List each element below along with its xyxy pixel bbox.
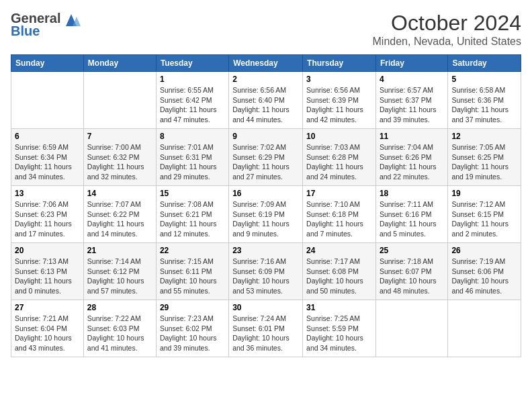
header-cell-wednesday: Wednesday: [229, 55, 303, 72]
day-number: 22: [160, 246, 225, 255]
day-detail: Sunrise: 7:08 AMSunset: 6:21 PMDaylight:…: [160, 199, 225, 239]
day-cell: 21Sunrise: 7:14 AMSunset: 6:12 PMDayligh…: [83, 243, 156, 300]
day-cell: [448, 300, 521, 357]
day-detail: Sunrise: 7:13 AMSunset: 6:13 PMDaylight:…: [15, 257, 80, 296]
day-detail: Sunrise: 7:00 AMSunset: 6:32 PMDaylight:…: [87, 142, 152, 182]
day-cell: 19Sunrise: 7:12 AMSunset: 6:15 PMDayligh…: [448, 186, 521, 243]
day-cell: 28Sunrise: 7:22 AMSunset: 6:03 PMDayligh…: [83, 300, 156, 357]
page-header: General Blue October 2024 Minden, Nevada…: [11, 11, 521, 48]
day-cell: 4Sunrise: 6:57 AMSunset: 6:37 PMDaylight…: [375, 72, 447, 129]
day-number: 29: [160, 303, 225, 312]
day-cell: 26Sunrise: 7:19 AMSunset: 6:06 PMDayligh…: [448, 243, 521, 300]
day-number: 26: [451, 246, 517, 255]
day-number: 23: [232, 246, 299, 255]
day-cell: 25Sunrise: 7:18 AMSunset: 6:07 PMDayligh…: [375, 243, 447, 300]
day-number: 25: [380, 246, 444, 255]
header-cell-thursday: Thursday: [303, 55, 376, 72]
day-number: 8: [160, 132, 225, 141]
header-cell-tuesday: Tuesday: [156, 55, 228, 72]
day-detail: Sunrise: 7:18 AMSunset: 6:07 PMDaylight:…: [380, 257, 444, 296]
day-cell: 2Sunrise: 6:56 AMSunset: 6:40 PMDaylight…: [229, 72, 303, 129]
day-detail: Sunrise: 7:15 AMSunset: 6:11 PMDaylight:…: [160, 257, 225, 296]
page-subtitle: Minden, Nevada, United States: [373, 36, 521, 48]
header-row: SundayMondayTuesdayWednesdayThursdayFrid…: [11, 55, 521, 72]
header-cell-friday: Friday: [375, 55, 447, 72]
header-cell-monday: Monday: [83, 55, 156, 72]
day-cell: 30Sunrise: 7:24 AMSunset: 6:01 PMDayligh…: [229, 300, 303, 357]
day-cell: 29Sunrise: 7:23 AMSunset: 6:02 PMDayligh…: [156, 300, 228, 357]
week-row-1: 1Sunrise: 6:55 AMSunset: 6:42 PMDaylight…: [11, 72, 521, 129]
day-cell: 9Sunrise: 7:02 AMSunset: 6:29 PMDaylight…: [229, 129, 303, 186]
header-cell-saturday: Saturday: [448, 55, 521, 72]
day-detail: Sunrise: 7:01 AMSunset: 6:31 PMDaylight:…: [160, 142, 225, 182]
day-detail: Sunrise: 7:19 AMSunset: 6:06 PMDaylight:…: [451, 257, 517, 296]
day-number: 14: [87, 189, 152, 198]
day-detail: Sunrise: 6:56 AMSunset: 6:39 PMDaylight:…: [306, 85, 372, 125]
logo-blue-text: Blue: [11, 24, 40, 39]
day-number: 21: [87, 246, 152, 255]
day-detail: Sunrise: 7:14 AMSunset: 6:12 PMDaylight:…: [87, 257, 152, 296]
day-detail: Sunrise: 6:58 AMSunset: 6:36 PMDaylight:…: [451, 85, 517, 125]
day-detail: Sunrise: 6:55 AMSunset: 6:42 PMDaylight:…: [160, 85, 225, 125]
day-cell: 31Sunrise: 7:25 AMSunset: 5:59 PMDayligh…: [303, 300, 376, 357]
day-detail: Sunrise: 7:03 AMSunset: 6:28 PMDaylight:…: [306, 142, 372, 182]
week-row-2: 6Sunrise: 6:59 AMSunset: 6:34 PMDaylight…: [11, 129, 521, 186]
day-number: 5: [451, 75, 517, 84]
day-detail: Sunrise: 7:09 AMSunset: 6:19 PMDaylight:…: [232, 199, 299, 239]
day-cell: 14Sunrise: 7:07 AMSunset: 6:22 PMDayligh…: [83, 186, 156, 243]
day-cell: 10Sunrise: 7:03 AMSunset: 6:28 PMDayligh…: [303, 129, 376, 186]
day-number: 20: [15, 246, 80, 255]
day-cell: [375, 300, 447, 357]
day-number: 1: [160, 75, 225, 84]
page-title: October 2024: [373, 11, 521, 36]
day-detail: Sunrise: 7:05 AMSunset: 6:25 PMDaylight:…: [451, 142, 517, 182]
day-cell: 22Sunrise: 7:15 AMSunset: 6:11 PMDayligh…: [156, 243, 228, 300]
day-cell: 17Sunrise: 7:10 AMSunset: 6:18 PMDayligh…: [303, 186, 376, 243]
day-cell: [83, 72, 156, 129]
day-number: 18: [380, 189, 444, 198]
day-number: 13: [15, 189, 80, 198]
day-detail: Sunrise: 7:23 AMSunset: 6:02 PMDaylight:…: [160, 314, 225, 353]
day-number: 2: [232, 75, 299, 84]
title-block: October 2024 Minden, Nevada, United Stat…: [373, 11, 521, 48]
day-number: 17: [306, 189, 372, 198]
week-row-5: 27Sunrise: 7:21 AMSunset: 6:04 PMDayligh…: [11, 300, 521, 357]
day-cell: 24Sunrise: 7:17 AMSunset: 6:08 PMDayligh…: [303, 243, 376, 300]
day-detail: Sunrise: 7:22 AMSunset: 6:03 PMDaylight:…: [87, 314, 152, 353]
day-detail: Sunrise: 7:25 AMSunset: 5:59 PMDaylight:…: [306, 314, 372, 353]
day-detail: Sunrise: 7:07 AMSunset: 6:22 PMDaylight:…: [87, 199, 152, 239]
day-cell: 1Sunrise: 6:55 AMSunset: 6:42 PMDaylight…: [156, 72, 228, 129]
header-cell-sunday: Sunday: [11, 55, 84, 72]
day-detail: Sunrise: 7:06 AMSunset: 6:23 PMDaylight:…: [15, 199, 80, 239]
day-cell: 23Sunrise: 7:16 AMSunset: 6:09 PMDayligh…: [229, 243, 303, 300]
day-detail: Sunrise: 7:04 AMSunset: 6:26 PMDaylight:…: [380, 142, 444, 182]
day-detail: Sunrise: 7:24 AMSunset: 6:01 PMDaylight:…: [232, 314, 299, 353]
day-cell: [11, 72, 84, 129]
day-number: 7: [87, 132, 152, 141]
day-number: 10: [306, 132, 372, 141]
day-cell: 3Sunrise: 6:56 AMSunset: 6:39 PMDaylight…: [303, 72, 376, 129]
day-cell: 7Sunrise: 7:00 AMSunset: 6:32 PMDaylight…: [83, 129, 156, 186]
day-detail: Sunrise: 7:11 AMSunset: 6:16 PMDaylight:…: [380, 199, 444, 239]
day-cell: 8Sunrise: 7:01 AMSunset: 6:31 PMDaylight…: [156, 129, 228, 186]
logo: General Blue: [11, 11, 81, 39]
day-number: 16: [232, 189, 299, 198]
day-number: 31: [306, 303, 372, 312]
day-detail: Sunrise: 6:57 AMSunset: 6:37 PMDaylight:…: [380, 85, 444, 125]
week-row-3: 13Sunrise: 7:06 AMSunset: 6:23 PMDayligh…: [11, 186, 521, 243]
day-number: 3: [306, 75, 372, 84]
day-number: 4: [380, 75, 444, 84]
day-number: 15: [160, 189, 225, 198]
day-cell: 5Sunrise: 6:58 AMSunset: 6:36 PMDaylight…: [448, 72, 521, 129]
day-cell: 18Sunrise: 7:11 AMSunset: 6:16 PMDayligh…: [375, 186, 447, 243]
day-cell: 12Sunrise: 7:05 AMSunset: 6:25 PMDayligh…: [448, 129, 521, 186]
day-number: 24: [306, 246, 372, 255]
day-cell: 13Sunrise: 7:06 AMSunset: 6:23 PMDayligh…: [11, 186, 84, 243]
day-number: 27: [15, 303, 80, 312]
day-detail: Sunrise: 6:59 AMSunset: 6:34 PMDaylight:…: [15, 142, 80, 182]
day-cell: 15Sunrise: 7:08 AMSunset: 6:21 PMDayligh…: [156, 186, 228, 243]
day-detail: Sunrise: 7:10 AMSunset: 6:18 PMDaylight:…: [306, 199, 372, 239]
calendar-table: SundayMondayTuesdayWednesdayThursdayFrid…: [11, 54, 521, 357]
day-number: 6: [15, 132, 80, 141]
day-cell: 27Sunrise: 7:21 AMSunset: 6:04 PMDayligh…: [11, 300, 84, 357]
